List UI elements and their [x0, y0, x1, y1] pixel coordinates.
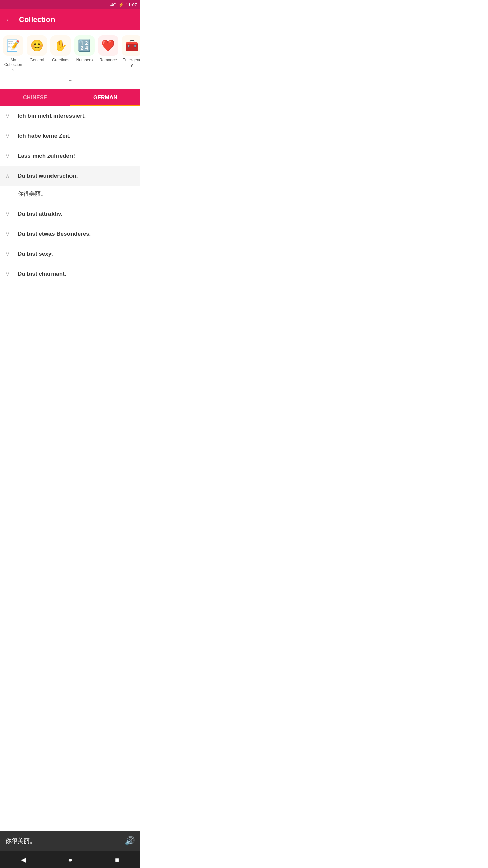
- expand-chevron-icon[interactable]: ⌄: [67, 75, 73, 83]
- page-title: Collection: [19, 15, 55, 24]
- chevron-down-icon: ∨: [5, 132, 13, 140]
- expand-row[interactable]: ⌄: [0, 74, 140, 86]
- category-item-my-collections[interactable]: 📝My Collections: [1, 34, 25, 74]
- category-icon-general: 😊: [27, 35, 47, 56]
- category-icon-emergency: 🧰: [122, 35, 140, 56]
- category-icon-my-collections: 📝: [3, 35, 23, 56]
- phrase-item-4: ∧Du bist wunderschön.你很美丽。: [0, 166, 140, 204]
- signal-icon: 4G: [110, 2, 116, 7]
- app-bar: ← Collection: [0, 9, 140, 30]
- phrase-item-8: ∨Du bist charmant.: [0, 264, 140, 284]
- category-section: 📝My Collections😊General✋Greetings🔢Number…: [0, 30, 140, 89]
- phrase-row-1[interactable]: ∨Ich bin nicht interessiert.: [0, 106, 140, 126]
- phrase-german-text-4: Du bist wunderschön.: [18, 173, 78, 179]
- category-label-emergency: Emergency: [122, 58, 140, 67]
- phrase-row-6[interactable]: ∨Du bist etwas Besonderes.: [0, 224, 140, 244]
- phrase-german-text-7: Du bist sexy.: [18, 251, 53, 257]
- category-icon-numbers: 🔢: [74, 35, 95, 56]
- phrase-chinese-text-4: 你很美丽。: [18, 191, 46, 197]
- phrase-list: ∨Ich bin nicht interessiert.∨Ich habe ke…: [0, 106, 140, 284]
- chevron-down-icon: ∨: [5, 210, 13, 218]
- phrase-translation-row-4: 你很美丽。: [0, 186, 140, 204]
- time-display: 11:07: [126, 2, 137, 7]
- category-label-my-collections: My Collections: [3, 58, 23, 72]
- phrase-item-5: ∨Du bist attraktiv.: [0, 204, 140, 224]
- phrase-item-1: ∨Ich bin nicht interessiert.: [0, 106, 140, 126]
- chevron-down-icon: ∨: [5, 112, 13, 120]
- battery-icon: ⚡: [118, 2, 124, 7]
- chevron-down-icon: ∨: [5, 152, 13, 160]
- category-item-emergency[interactable]: 🧰Emergency: [120, 34, 140, 69]
- chevron-up-icon: ∧: [5, 172, 13, 180]
- tab-german[interactable]: GERMAN: [70, 89, 140, 106]
- phrase-german-text-1: Ich bin nicht interessiert.: [18, 113, 86, 119]
- category-item-greetings[interactable]: ✋Greetings: [49, 34, 73, 64]
- phrase-german-text-3: Lass mich zufrieden!: [18, 153, 75, 159]
- phrase-german-text-6: Du bist etwas Besonderes.: [18, 231, 91, 237]
- category-label-numbers: Numbers: [76, 58, 93, 62]
- chevron-down-icon: ∨: [5, 250, 13, 258]
- phrase-german-text-8: Du bist charmant.: [18, 271, 66, 277]
- status-bar: 4G ⚡ 11:07: [0, 0, 140, 9]
- main-content: 📝My Collections😊General✋Greetings🔢Number…: [0, 30, 140, 321]
- phrase-german-text-5: Du bist attraktiv.: [18, 211, 62, 217]
- category-label-romance: Romance: [99, 58, 117, 62]
- category-label-general: General: [30, 58, 44, 62]
- phrase-item-6: ∨Du bist etwas Besonderes.: [0, 224, 140, 244]
- back-button[interactable]: ←: [5, 15, 14, 24]
- category-row: 📝My Collections😊General✋Greetings🔢Number…: [0, 34, 140, 74]
- phrase-item-7: ∨Du bist sexy.: [0, 244, 140, 264]
- phrase-row-2[interactable]: ∨Ich habe keine Zeit.: [0, 126, 140, 146]
- phrase-row-4[interactable]: ∧Du bist wunderschön.: [0, 166, 140, 186]
- phrase-german-text-2: Ich habe keine Zeit.: [18, 133, 71, 139]
- phrase-item-3: ∨Lass mich zufrieden!: [0, 146, 140, 166]
- chevron-down-icon: ∨: [5, 230, 13, 238]
- category-item-general[interactable]: 😊General: [25, 34, 49, 64]
- tab-chinese[interactable]: CHINESE: [0, 89, 70, 106]
- phrase-row-3[interactable]: ∨Lass mich zufrieden!: [0, 146, 140, 166]
- category-icon-romance: ❤️: [98, 35, 118, 56]
- category-label-greetings: Greetings: [52, 58, 69, 62]
- category-icon-greetings: ✋: [50, 35, 71, 56]
- chevron-down-icon: ∨: [5, 270, 13, 278]
- phrase-row-7[interactable]: ∨Du bist sexy.: [0, 244, 140, 264]
- category-item-numbers[interactable]: 🔢Numbers: [73, 34, 96, 64]
- phrase-item-2: ∨Ich habe keine Zeit.: [0, 126, 140, 146]
- phrase-row-5[interactable]: ∨Du bist attraktiv.: [0, 204, 140, 224]
- phrase-row-8[interactable]: ∨Du bist charmant.: [0, 264, 140, 284]
- tabs: CHINESEGERMAN: [0, 89, 140, 106]
- category-item-romance[interactable]: ❤️Romance: [96, 34, 120, 64]
